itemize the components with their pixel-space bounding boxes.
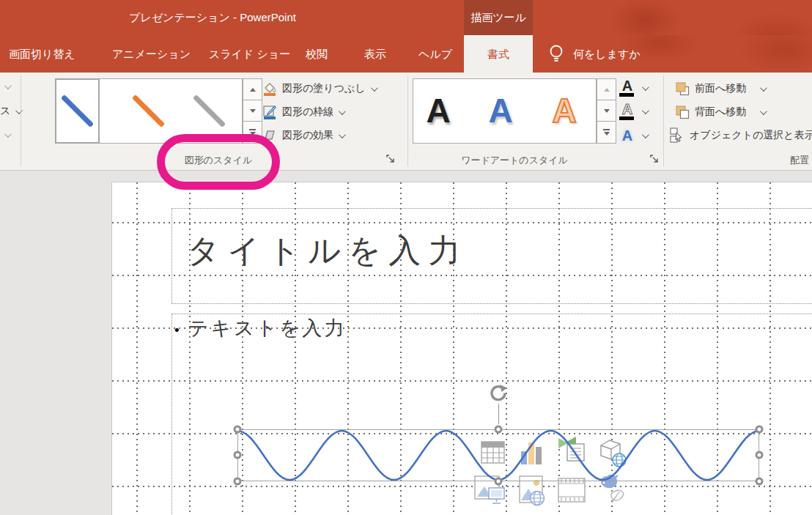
chevron-down-icon [339, 108, 346, 115]
gallery-more-icon [603, 129, 610, 130]
paint-bucket-icon [262, 81, 277, 96]
tab-slideshow[interactable]: スライド ショー [209, 35, 290, 73]
gridline [136, 182, 138, 515]
title-bar: プレゼンテーション - PowerPoint 描画ツール [0, 0, 812, 35]
send-backward-button[interactable]: 背面へ移動 [676, 103, 765, 122]
chevron-down-icon [642, 131, 649, 138]
bring-forward-button[interactable]: 前面へ移動 [676, 79, 765, 98]
group-separator [663, 75, 664, 166]
tab-help[interactable]: ヘルプ [418, 35, 452, 73]
shape-effects-button[interactable]: 図形の効果 [262, 126, 344, 145]
wordart-more-button[interactable] [597, 121, 616, 144]
resize-handle-top-right[interactable] [756, 426, 764, 434]
shape-fill-button[interactable]: 図形の塗りつぶし [262, 79, 376, 98]
text-outline-button[interactable]: A [619, 102, 647, 121]
group-separator [21, 75, 21, 166]
chevron-down-icon[interactable] [4, 82, 12, 89]
triangle-down-icon [604, 109, 610, 113]
rotation-handle-stem [498, 404, 499, 424]
window-title: プレゼンテーション - PowerPoint [88, 0, 337, 35]
wave-shape[interactable] [237, 429, 759, 481]
ribbon-tab-row: 画面切り替え アニメーション スライド ショー 校閲 表示 ヘルプ 書式 何をし… [0, 35, 812, 73]
bring-forward-icon [676, 82, 690, 96]
selection-pane-button[interactable]: オブジェクトの選択と表示 [670, 126, 812, 145]
contextual-tool-header: 描画ツール [464, 0, 533, 35]
group-separator [407, 75, 408, 166]
chevron-down-icon [15, 107, 23, 114]
chevron-down-icon [642, 107, 649, 114]
chevron-down-icon [760, 108, 767, 115]
tell-me-box[interactable]: 何をしますか [573, 35, 641, 73]
insert-textbox-partial[interactable]: ス [0, 102, 21, 121]
gallery-more-icon [249, 129, 256, 130]
slide-canvas: タイトルを入力 •テキストを入力 [111, 182, 812, 515]
triangle-up-icon [604, 88, 610, 92]
triangle-down-icon [250, 109, 256, 113]
wordart-group-label: ワードアートのスタイル [413, 154, 616, 167]
wordart-scroll-up-button[interactable] [597, 78, 616, 100]
text-effects-icon: A [619, 129, 635, 142]
wordart-style-blue[interactable]: A [484, 78, 517, 144]
title-placeholder[interactable]: タイトルを入力 [171, 208, 812, 304]
resize-handle-bottom-right[interactable] [756, 478, 764, 486]
chevron-down-icon [339, 131, 346, 138]
ribbon-format: ス 図形の塗りつぶし [0, 73, 812, 171]
bullet-glyph: • [174, 322, 180, 338]
selection-pane-icon [670, 127, 684, 144]
gallery-scroll-up-button[interactable] [243, 78, 262, 100]
wordart-style-orange-outline[interactable]: A [546, 78, 583, 144]
pen-outline-icon [262, 105, 277, 119]
powerpoint-window: プレゼンテーション - PowerPoint 描画ツール 画面切り替え アニメー… [0, 0, 812, 515]
highlight-annotation [157, 134, 280, 190]
resize-handle-top-center[interactable] [495, 426, 503, 434]
triangle-down-icon [604, 132, 610, 136]
title-placeholder-text: タイトルを入力 [187, 229, 468, 273]
resize-handle-top-left[interactable] [234, 426, 242, 434]
tab-animations[interactable]: アニメーション [112, 35, 191, 73]
gallery-scroll-down-button[interactable] [243, 100, 262, 122]
shape-outline-button[interactable]: 図形の枠線 [262, 103, 344, 122]
chevron-down-icon [642, 84, 649, 91]
text-outline-icon: A [619, 103, 635, 116]
arrange-group-label: 配置 [790, 154, 812, 167]
wordart-dialog-launcher[interactable] [650, 155, 659, 163]
send-backward-icon [676, 105, 690, 119]
wordart-style-black[interactable]: A [421, 78, 455, 144]
tab-transitions[interactable]: 画面切り替え [9, 35, 75, 73]
chevron-down-icon [371, 84, 378, 92]
chevron-down-icon [760, 84, 767, 92]
lightbulb-icon [547, 44, 565, 64]
body-text-line: •テキストを入力 [174, 315, 347, 341]
resize-handle-bottom-left[interactable] [234, 478, 242, 486]
editor-workspace: タイトルを入力 •テキストを入力 [0, 171, 812, 515]
text-effects-button[interactable]: A [619, 126, 647, 145]
text-fill-button[interactable]: A [619, 78, 647, 97]
rotation-handle-icon[interactable] [487, 383, 509, 405]
tab-format-active[interactable]: 書式 [464, 35, 533, 73]
insert-video-icon[interactable] [558, 478, 586, 503]
wordart-scroll-down-button[interactable] [597, 100, 616, 122]
resize-handle-mid-left[interactable] [234, 451, 242, 459]
body-placeholder-text: テキストを入力 [188, 317, 347, 339]
tab-view[interactable]: 表示 [364, 35, 386, 73]
tab-review[interactable]: 校閲 [306, 35, 328, 73]
chevron-down-icon[interactable] [4, 130, 12, 138]
triangle-up-icon [250, 88, 256, 92]
resize-handle-bottom-center[interactable] [495, 478, 503, 486]
text-fill-icon: A [619, 79, 635, 92]
resize-handle-mid-right[interactable] [756, 451, 764, 459]
